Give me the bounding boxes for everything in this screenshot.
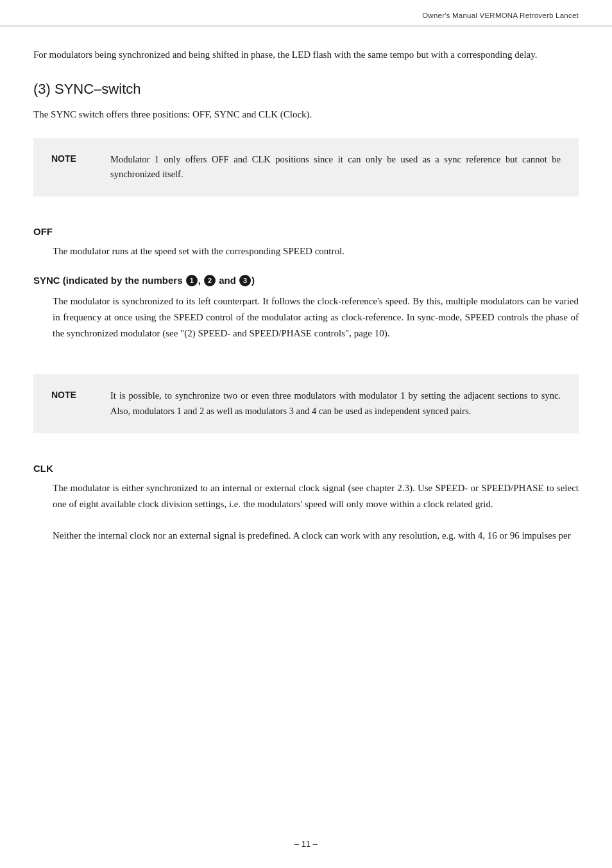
sync-section: The modulator is synchronized to its lef…	[33, 293, 579, 341]
note-label-2: NOTE	[51, 388, 90, 400]
page-header: Owner's Manual VERMONA Retroverb Lancet	[0, 0, 612, 26]
header-title: Owner's Manual VERMONA Retroverb Lancet	[422, 12, 579, 19]
off-paragraph: The modulator runs at the speed set with…	[53, 243, 579, 259]
circle-2: 2	[204, 275, 216, 286]
sync-heading: SYNC (indicated by the numbers 1, 2 and …	[33, 275, 579, 287]
clk-paragraph-2: Neither the internal clock nor an extern…	[53, 528, 579, 544]
page-number: – 11 –	[294, 839, 318, 849]
circle-3: 3	[239, 275, 251, 286]
off-section: The modulator runs at the speed set with…	[33, 243, 579, 259]
circle-1: 1	[186, 275, 198, 286]
note-text-1: Modulator 1 only offers OFF and CLK posi…	[110, 152, 561, 183]
note-text-2: It is possible, to synchronize two or ev…	[110, 388, 561, 419]
page-content: For modulators being synchronized and be…	[0, 26, 612, 584]
note-label-1: NOTE	[51, 152, 90, 164]
intro-paragraph: For modulators being synchronized and be…	[33, 47, 579, 63]
clk-section: The modulator is either synchronized to …	[33, 480, 579, 543]
note-box-1: NOTE Modulator 1 only offers OFF and CLK…	[33, 138, 579, 197]
note-box-2: NOTE It is possible, to synchronize two …	[33, 374, 579, 433]
sync-heading-prefix: SYNC (indicated by the numbers	[33, 275, 185, 286]
sync-switch-paragraph: The SYNC switch offers three positions: …	[33, 107, 579, 123]
page-footer: – 11 –	[0, 839, 612, 849]
sync-switch-heading: (3) SYNC–switch	[33, 81, 579, 98]
page: Owner's Manual VERMONA Retroverb Lancet …	[0, 0, 612, 868]
clk-heading: CLK	[33, 463, 579, 474]
clk-paragraph-1: The modulator is either synchronized to …	[53, 480, 579, 512]
sync-heading-suffix: )	[251, 275, 255, 286]
sync-paragraph: The modulator is synchronized to its lef…	[53, 293, 579, 341]
off-heading: OFF	[33, 226, 579, 237]
